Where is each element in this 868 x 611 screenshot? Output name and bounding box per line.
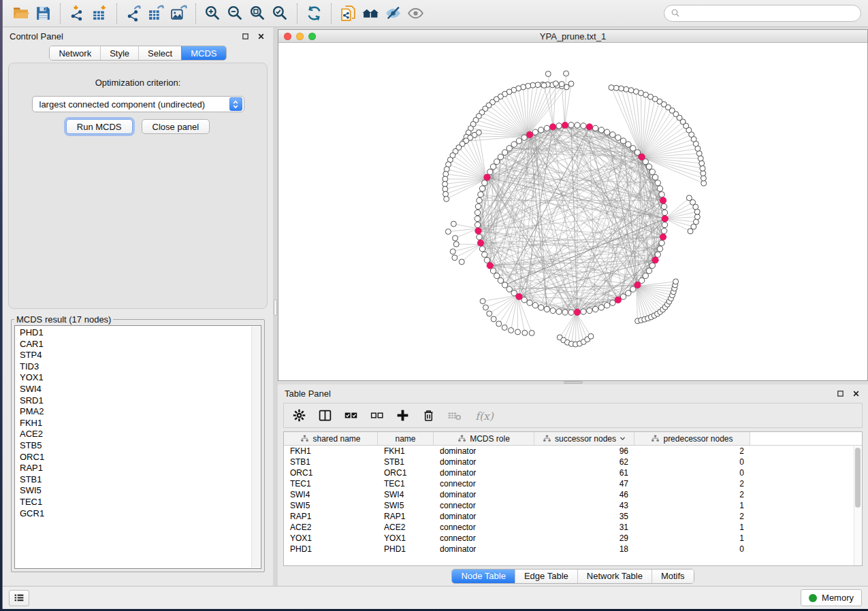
tab-motifs[interactable]: Motifs — [652, 569, 694, 583]
toolbar-zoom-out-button[interactable] — [224, 3, 246, 24]
tab-network[interactable]: Network — [50, 46, 100, 60]
tab-mcds[interactable]: MCDS — [181, 46, 225, 60]
float-table-panel-icon[interactable] — [835, 388, 846, 399]
dominator-node[interactable] — [652, 257, 659, 264]
task-history-button[interactable] — [9, 590, 29, 606]
dominator-node[interactable] — [634, 282, 641, 288]
run-mcds-button[interactable]: Run MCDS — [66, 119, 133, 134]
table-row[interactable]: SWI4SWI4dominator462 — [284, 489, 862, 500]
mcds-result-item[interactable]: ORC1 — [20, 452, 251, 463]
toolbar-hide-selected-button[interactable] — [382, 3, 404, 24]
deselect-all-rows-button[interactable] — [370, 408, 384, 423]
mcds-result-item[interactable]: STB1 — [20, 474, 251, 486]
mcds-result-item[interactable]: CAR1 — [20, 339, 251, 350]
tab-edge-table[interactable]: Edge Table — [515, 569, 577, 583]
table-scrollbar-thumb[interactable] — [855, 448, 861, 508]
mcds-result-item[interactable]: ACE2 — [20, 429, 251, 440]
dominator-node[interactable] — [487, 263, 494, 269]
table-row[interactable]: ACE2ACE2connector311 — [284, 522, 862, 533]
mcds-result-item[interactable]: SRD1 — [20, 395, 251, 407]
table-row[interactable]: STB1STB1dominator620 — [284, 457, 862, 467]
table-row[interactable]: PHD1PHD1dominator180 — [284, 544, 862, 555]
mcds-result-item[interactable]: STP4 — [20, 350, 251, 361]
mcds-result-item[interactable]: PHD1 — [20, 327, 251, 339]
toolbar-clone-network-button[interactable] — [337, 3, 359, 24]
mcds-result-item[interactable]: YOX1 — [20, 372, 251, 384]
mcds-result-item[interactable]: SWI5 — [20, 485, 251, 497]
result-list-scrollbar[interactable] — [251, 327, 260, 567]
search-input[interactable] — [684, 7, 854, 19]
horizontal-splitter-handle[interactable] — [564, 381, 583, 384]
toolbar-refresh-button[interactable] — [303, 3, 325, 24]
delete-column-button[interactable] — [421, 408, 436, 423]
tab-style[interactable]: Style — [100, 46, 138, 60]
toolbar-first-neighbors-button[interactable] — [359, 3, 382, 24]
column-header-mcds-role[interactable]: MCDS role — [434, 432, 534, 445]
mcds-result-item[interactable]: TID3 — [20, 361, 251, 373]
dominator-node[interactable] — [662, 216, 669, 222]
dominator-node[interactable] — [484, 174, 491, 181]
column-header-shared-name[interactable]: shared name — [284, 432, 378, 445]
tab-network-table[interactable]: Network Table — [577, 569, 652, 583]
vertical-splitter[interactable] — [273, 27, 278, 586]
table-row[interactable]: TEC1TEC1connector472 — [284, 478, 862, 489]
mcds-result-item[interactable]: GCR1 — [20, 508, 251, 520]
criterion-dropdown[interactable]: largest connected component (undirected) — [32, 96, 244, 112]
toolbar-zoom-fit-button[interactable] — [246, 3, 269, 24]
dominator-node[interactable] — [475, 228, 482, 235]
toolbar-zoom-selected-button[interactable] — [269, 3, 291, 24]
column-header-predecessor-nodes[interactable]: predecessor nodes — [634, 432, 750, 445]
close-table-panel-icon[interactable] — [850, 388, 861, 399]
search-box[interactable] — [664, 5, 861, 22]
column-header-name[interactable]: name — [378, 432, 434, 445]
toolbar-show-all-button[interactable] — [404, 3, 427, 24]
table-row[interactable]: RAP1RAP1dominator352 — [284, 511, 862, 522]
table-row[interactable]: FKH1FKH1dominator962 — [284, 446, 862, 457]
mcds-result-item[interactable]: SWI4 — [20, 384, 251, 395]
toolbar-open-file-button[interactable] — [10, 3, 32, 24]
dominator-node[interactable] — [477, 240, 484, 246]
column-header-successor-nodes[interactable]: successor nodes — [534, 432, 634, 445]
dominator-node[interactable] — [526, 131, 533, 138]
vertical-splitter-handle[interactable] — [274, 299, 277, 316]
toolbar-import-network-button[interactable] — [66, 3, 89, 24]
dominator-node[interactable] — [562, 122, 568, 129]
tab-select[interactable]: Select — [138, 46, 181, 60]
close-panel-button[interactable]: Close panel — [142, 119, 210, 134]
horizontal-splitter[interactable] — [278, 381, 868, 384]
dominator-node[interactable] — [615, 297, 622, 303]
dominator-node[interactable] — [660, 197, 666, 204]
network-graph[interactable] — [278, 43, 867, 380]
toolbar-import-table-button[interactable] — [89, 3, 111, 24]
dominator-node[interactable] — [586, 124, 593, 131]
table-row[interactable]: YOX1YOX1connector291 — [284, 533, 862, 544]
select-all-rows-button[interactable] — [344, 408, 358, 423]
close-panel-icon[interactable] — [255, 31, 266, 42]
memory-button[interactable]: Memory — [801, 589, 862, 606]
dominator-node[interactable] — [516, 293, 523, 300]
add-column-button[interactable] — [396, 408, 410, 423]
mcds-result-item[interactable]: TEC1 — [20, 497, 251, 508]
column-layout-button[interactable] — [318, 408, 332, 423]
toolbar-export-image-button[interactable] — [167, 3, 190, 24]
table-row[interactable]: ORC1ORC1dominator610 — [284, 467, 862, 478]
dominator-node[interactable] — [639, 154, 645, 161]
toolbar-save-session-button[interactable] — [32, 3, 54, 24]
toolbar-export-table-button[interactable] — [145, 3, 167, 24]
dominator-node[interactable] — [549, 124, 556, 131]
mcds-result-item[interactable]: PMA2 — [20, 406, 251, 418]
mcds-result-list[interactable]: PHD1CAR1STP4TID3YOX1SWI4SRD1PMA2FKH1ACE2… — [14, 325, 261, 569]
node-table[interactable]: shared namenameMCDS rolesuccessor nodesp… — [283, 431, 863, 566]
mcds-result-item[interactable]: RAP1 — [20, 463, 251, 474]
mcds-result-item[interactable]: FKH1 — [20, 418, 251, 429]
table-scrollbar[interactable] — [854, 446, 862, 565]
network-canvas[interactable] — [278, 43, 867, 380]
toolbar-export-network-button[interactable] — [123, 3, 145, 24]
table-settings-button[interactable] — [292, 408, 306, 423]
float-panel-icon[interactable] — [240, 31, 251, 42]
tab-node-table[interactable]: Node Table — [452, 569, 515, 583]
toolbar-zoom-in-button[interactable] — [202, 3, 224, 24]
mcds-result-item[interactable]: STB5 — [20, 440, 251, 452]
table-row[interactable]: SWI5SWI5connector431 — [284, 500, 862, 511]
dominator-node[interactable] — [660, 234, 666, 241]
